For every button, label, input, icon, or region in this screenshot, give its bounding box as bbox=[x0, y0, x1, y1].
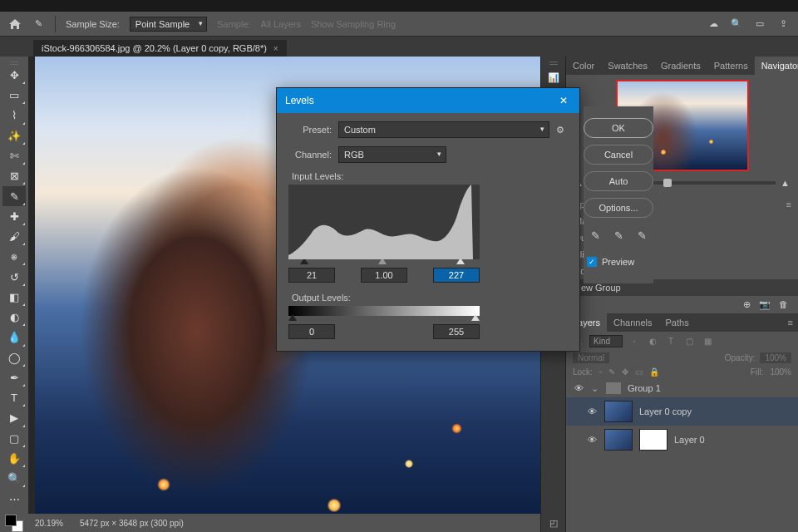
lock-position-icon[interactable]: ✥ bbox=[622, 367, 628, 377]
layer-name[interactable]: Layer 0 copy bbox=[639, 406, 692, 416]
lock-artboard-icon[interactable]: ▭ bbox=[635, 367, 643, 377]
chevron-down-icon[interactable]: ⌄ bbox=[591, 383, 599, 394]
path-tool[interactable]: ▶ bbox=[2, 408, 26, 427]
close-icon[interactable]: ✕ bbox=[556, 93, 571, 108]
black-eyedropper-icon[interactable]: ✎ bbox=[591, 229, 600, 242]
panel-menu-icon[interactable]: ≡ bbox=[783, 313, 798, 332]
frame-tool[interactable]: ⊠ bbox=[2, 166, 26, 185]
opacity-input[interactable]: 100% bbox=[760, 352, 791, 363]
tab-color[interactable]: Color bbox=[566, 57, 601, 75]
type-tool[interactable]: T bbox=[2, 388, 26, 407]
show-sampling-ring: Show Sampling Ring bbox=[311, 19, 396, 29]
wand-tool[interactable]: ✨ bbox=[2, 126, 26, 145]
gradient-tool[interactable]: ◐ bbox=[2, 308, 26, 327]
visibility-icon[interactable]: 👁 bbox=[586, 435, 598, 445]
tab-gradients[interactable]: Gradients bbox=[654, 57, 707, 75]
ok-button[interactable]: OK bbox=[584, 118, 653, 138]
search-icon[interactable]: 🔍 bbox=[730, 17, 743, 31]
crop-tool[interactable]: ✄ bbox=[2, 146, 26, 165]
output-black[interactable] bbox=[288, 324, 335, 339]
edit-toolbar[interactable]: ⋯ bbox=[2, 489, 26, 508]
hand-tool[interactable]: ✋ bbox=[2, 449, 26, 468]
color-swatches[interactable] bbox=[5, 515, 23, 532]
eraser-tool[interactable]: ◧ bbox=[2, 288, 26, 307]
gear-icon[interactable]: ⚙ bbox=[556, 125, 568, 135]
layer-row-group[interactable]: 👁 ⌄ Group 1 bbox=[566, 379, 798, 397]
panel-icon[interactable]: ◰ bbox=[544, 514, 563, 532]
layer-row[interactable]: 👁 Layer 0 copy bbox=[566, 397, 798, 426]
layer-name[interactable]: Layer 0 bbox=[674, 435, 705, 445]
filter-smart-icon[interactable]: ▦ bbox=[701, 336, 714, 347]
fill-input[interactable]: 100% bbox=[770, 367, 791, 377]
blend-mode-select[interactable]: Normal bbox=[573, 352, 609, 363]
new-snapshot-icon[interactable]: ⊕ bbox=[743, 299, 751, 310]
input-levels-label: Input Levels: bbox=[292, 171, 568, 181]
tab-channels[interactable]: Channels bbox=[607, 313, 658, 332]
gray-eyedropper-icon[interactable]: ✎ bbox=[614, 229, 623, 242]
lasso-tool[interactable]: ⌇ bbox=[2, 106, 26, 125]
filter-shape-icon[interactable]: ▢ bbox=[682, 336, 696, 347]
lock-brush-icon[interactable]: ✎ bbox=[608, 367, 615, 377]
visibility-icon[interactable]: 👁 bbox=[586, 406, 598, 416]
preset-label: Preset: bbox=[288, 125, 332, 135]
cloud-icon[interactable]: ☁ bbox=[707, 17, 720, 31]
histogram-panel-icon[interactable]: 📊 bbox=[544, 68, 563, 86]
layer-mask-thumbnail[interactable] bbox=[639, 429, 667, 451]
visibility-icon[interactable]: 👁 bbox=[573, 383, 584, 393]
trash-icon[interactable]: 🗑 bbox=[779, 299, 788, 310]
heal-tool[interactable]: ✚ bbox=[2, 207, 26, 226]
history-brush-tool[interactable]: ↺ bbox=[2, 267, 26, 286]
marquee-tool[interactable]: ▭ bbox=[2, 86, 26, 105]
options-button[interactable]: Options... bbox=[584, 198, 653, 218]
preset-select[interactable]: Custom bbox=[338, 121, 549, 138]
input-black[interactable] bbox=[288, 268, 335, 283]
tab-paths[interactable]: Paths bbox=[659, 313, 696, 332]
layer-thumbnail[interactable] bbox=[604, 401, 633, 422]
layer-row[interactable]: 👁 Layer 0 bbox=[566, 426, 798, 454]
brush-tool[interactable]: 🖌 bbox=[2, 227, 26, 246]
eyedropper-tool[interactable]: ✎ bbox=[2, 186, 26, 205]
tab-patterns[interactable]: Patterns bbox=[707, 57, 755, 75]
shape-tool[interactable]: ▢ bbox=[2, 429, 26, 448]
dialog-titlebar[interactable]: Levels ✕ bbox=[277, 88, 579, 113]
tab-swatches[interactable]: Swatches bbox=[601, 57, 654, 75]
camera-icon[interactable]: 📷 bbox=[759, 299, 771, 310]
dodge-tool[interactable]: ◯ bbox=[2, 348, 26, 367]
layer-filter-select[interactable]: Kind bbox=[589, 335, 623, 347]
filter-pixel-icon[interactable]: ▫ bbox=[628, 336, 641, 347]
filter-adjust-icon[interactable]: ◐ bbox=[646, 336, 659, 347]
zoom-tool[interactable]: 🔍 bbox=[2, 469, 26, 488]
share-icon[interactable]: ⇪ bbox=[776, 17, 790, 31]
close-tab-icon[interactable]: × bbox=[273, 44, 278, 53]
eyedropper-tool-icon[interactable]: ✎ bbox=[32, 17, 45, 31]
white-eyedropper-icon[interactable]: ✎ bbox=[638, 229, 647, 242]
zoom-indicator[interactable]: 20.19% bbox=[35, 519, 63, 528]
document-tab[interactable]: iStock-966306584.jpg @ 20.2% (Layer 0 co… bbox=[33, 40, 287, 57]
channel-select[interactable]: RGB bbox=[338, 146, 446, 163]
lock-all-icon[interactable]: 🔒 bbox=[649, 367, 659, 377]
move-tool[interactable]: ✥ bbox=[2, 66, 26, 85]
output-white[interactable] bbox=[433, 324, 480, 339]
cancel-button[interactable]: Cancel bbox=[584, 145, 653, 165]
preview-checkbox[interactable]: ✓ Preview bbox=[584, 257, 653, 267]
input-gamma[interactable] bbox=[361, 268, 407, 283]
blur-tool[interactable]: 💧 bbox=[2, 328, 26, 347]
filter-type-icon[interactable]: T bbox=[664, 336, 677, 347]
lock-pixels-icon[interactable]: ▫ bbox=[599, 367, 603, 377]
zoom-in-icon[interactable]: ▲ bbox=[781, 178, 790, 188]
pen-tool[interactable]: ✒ bbox=[2, 368, 26, 387]
layer-name[interactable]: Group 1 bbox=[628, 383, 661, 393]
output-levels-label: Output Levels: bbox=[292, 293, 568, 303]
nav-panel-tabs: Color Swatches Gradients Patterns Naviga… bbox=[566, 57, 798, 75]
tab-navigator[interactable]: Navigator bbox=[755, 57, 798, 75]
layer-thumbnail[interactable] bbox=[604, 429, 633, 451]
stamp-tool[interactable]: ⎈ bbox=[2, 247, 26, 266]
sample-size-select[interactable]: Point Sample bbox=[130, 17, 207, 32]
input-white[interactable] bbox=[433, 268, 480, 283]
auto-button[interactable]: Auto bbox=[584, 171, 653, 191]
grip-icon bbox=[10, 60, 18, 65]
workspace-icon[interactable]: ▭ bbox=[753, 17, 766, 31]
panel-menu-icon[interactable]: ≡ bbox=[786, 200, 791, 209]
output-slider[interactable] bbox=[288, 314, 480, 321]
home-icon[interactable] bbox=[8, 17, 22, 31]
